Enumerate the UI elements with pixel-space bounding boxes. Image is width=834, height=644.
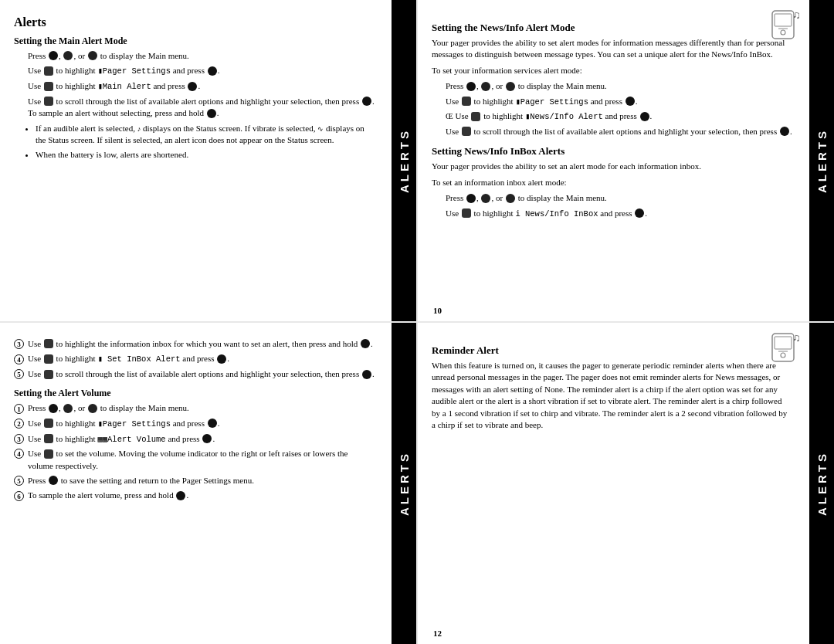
step-4-page10: Use to scroll through the list of availa… — [432, 126, 820, 137]
alerts-banner-11: ALERTS — [392, 323, 416, 644]
step-1-page9: Press , , or to display the Main menu. — [14, 50, 402, 62]
alert-volume-label: ▦▦Alert Volume — [97, 435, 165, 444]
step-2-page9: Use to highlight ▮Pager Settings and pre… — [14, 65, 402, 77]
continued-step-3: 3 Use to highlight the information inbox… — [14, 338, 402, 350]
alerts-banner-10: ALERTS — [809, 0, 834, 321]
vol-step-num-6: 6 — [14, 490, 28, 500]
alt-button-icon — [88, 51, 97, 60]
newsinfo-inbox-intro: Your pager provides the ability to set a… — [432, 161, 820, 172]
step-content-5: Use to scroll through the list of availa… — [28, 368, 375, 380]
alt-btn-inbox-10a — [506, 194, 515, 203]
check-btn-10d — [780, 127, 789, 136]
alt-btn-10a — [506, 82, 515, 91]
nav-scroll-inbox-10b — [462, 208, 471, 218]
page-12: ♫ Reminder Alert When this feature is tu… — [418, 323, 834, 644]
nav-scroll-icon — [44, 66, 53, 76]
vol-step-num-5: 5 — [14, 475, 28, 486]
check-vol-2 — [208, 419, 217, 428]
nav-scroll-10c — [471, 112, 480, 121]
volume-step-3: 3 Use to highlight ▦▦Alert Volume and pr… — [14, 433, 402, 446]
step-num-5: 5 — [14, 368, 28, 379]
check-11a — [361, 339, 370, 348]
svg-point-2 — [781, 30, 785, 35]
check-vol-5 — [49, 476, 58, 485]
vol-step-num-4: 4 — [14, 448, 28, 459]
step-2-inbox-10: Use to highlight i News/Info InBox and p… — [432, 208, 820, 220]
bullet-2-page9: When the battery is low, alerts are shor… — [36, 149, 375, 161]
nav-scroll-10b — [462, 97, 471, 106]
continued-step-4: 4 Use to highlight ▮ Set InBox Alert and… — [14, 353, 402, 365]
step-1-page10: Press , , or to display the Main menu. — [432, 80, 820, 92]
page-number-9: 9 — [397, 306, 402, 315]
check-btn — [208, 66, 217, 76]
volume-step-6: 6 To sample the alert volume, press and … — [14, 490, 402, 501]
svg-rect-6 — [775, 337, 792, 349]
page-title-alerts: Alerts — [14, 15, 402, 29]
newsinfo-subheading: To set your information services alert m… — [432, 65, 820, 76]
check-vol-1a — [49, 404, 58, 413]
vol-step-content-2: Use to highlight ▮Pager Settings and pre… — [28, 418, 375, 430]
section-heading-reminder-alert: Reminder Alert — [432, 344, 820, 357]
page-10: ♫ Setting the News/Info Alert Mode Your … — [418, 0, 834, 321]
vol-step-content-1: Press , , or to display the Main menu. — [28, 402, 375, 414]
nav-scroll-icon3 — [44, 97, 53, 106]
vol-step-content-6: To sample the alert volume, press and ho… — [28, 490, 375, 501]
nav-btn-10a — [481, 82, 490, 91]
vol-step-content-3: Use to highlight ▦▦Alert Volume and pres… — [28, 433, 375, 446]
volume-step-1: 1 Press , , or to display the Main menu. — [14, 402, 402, 414]
check-btn-inbox-10b — [635, 208, 644, 218]
alerts-banner-9: ALERTS — [392, 0, 416, 321]
alerts-text-9: ALERTS — [398, 128, 411, 193]
vol-step-content-4: Use to set the volume. Moving the volume… — [28, 448, 375, 472]
step-content-4: Use to highlight ▮ Set InBox Alert and p… — [28, 353, 375, 365]
vol-step-num-3: 3 — [14, 433, 28, 444]
step-num-4: 4 — [14, 353, 28, 364]
step-2-page10: Use to highlight ▮Pager Settings and pre… — [432, 96, 820, 108]
page-9: Alerts Setting the Main Alert Mode Press… — [0, 0, 416, 321]
alerts-text-11: ALERTS — [398, 451, 411, 516]
section-heading-newsinfo-alert: Setting the News/Info Alert Mode — [432, 22, 820, 34]
nav-button-icon — [63, 51, 73, 60]
check-btn-10b — [626, 97, 635, 106]
bullet-1-page9: If an audible alert is selected, ♪ displ… — [36, 123, 375, 147]
check-btn4 — [207, 109, 216, 118]
page-number-11: 11 — [393, 629, 401, 638]
alerts-banner-12: ALERTS — [809, 323, 834, 644]
reminder-alert-body: When this feature is turned on, it cause… — [432, 360, 820, 431]
bullet-list-page9: If an audible alert is selected, ♪ displ… — [14, 123, 402, 161]
check-11b — [217, 354, 226, 364]
check-11c — [362, 370, 371, 379]
svg-point-7 — [781, 353, 785, 358]
nav-11c — [44, 370, 53, 379]
step-1-inbox-10: Press , , or to display the Main menu. — [432, 192, 820, 204]
vol-step-num-2: 2 — [14, 418, 28, 429]
svg-text:♫: ♫ — [792, 9, 801, 21]
nav-vol-1a — [63, 404, 73, 413]
pager-device-svg-12: ♫ — [766, 330, 806, 368]
main-alert-label: ▮Main Alert — [97, 82, 151, 91]
nav-vol-2 — [44, 419, 53, 428]
nav-scroll-icon2 — [44, 82, 53, 91]
pager-settings-vol: ▮Pager Settings — [97, 419, 171, 429]
check-button-icon — [49, 51, 58, 60]
alerts-text-12: ALERTS — [815, 451, 829, 516]
newsinfo-alert-10: ▮News/Info Alert — [525, 112, 603, 121]
set-inbox-alert-label: ▮ Set InBox Alert — [97, 354, 180, 364]
continued-step-5: 5 Use to scroll through the list of avai… — [14, 368, 402, 380]
volume-step-5: 5 Press to save the setting and return t… — [14, 475, 402, 486]
check-vol-3 — [202, 434, 212, 443]
newsinfo-inbox-label: i News/Info InBox — [515, 209, 598, 219]
check-btn-10c — [640, 112, 649, 121]
volume-step-2: 2 Use to highlight ▮Pager Settings and p… — [14, 418, 402, 430]
section-heading-main-alert: Setting the Main Alert Mode — [14, 36, 402, 47]
step-3-page10: Œ Use to highlight ▮News/Info Alert and … — [432, 110, 820, 123]
pager-device-svg: ♫ — [766, 8, 806, 45]
newsinfo-intro: Your pager provides the ability to set a… — [432, 37, 820, 61]
nav-vol-4 — [44, 449, 53, 459]
step-num-3: 3 — [14, 338, 28, 349]
nav-scroll-10d — [462, 127, 471, 136]
vol-step-num-1: 1 — [14, 402, 28, 413]
page-number-12: 12 — [433, 629, 442, 638]
newsinfo-inbox-subheading: To set an information inbox alert mode: — [432, 177, 820, 188]
check-btn2 — [188, 82, 197, 91]
